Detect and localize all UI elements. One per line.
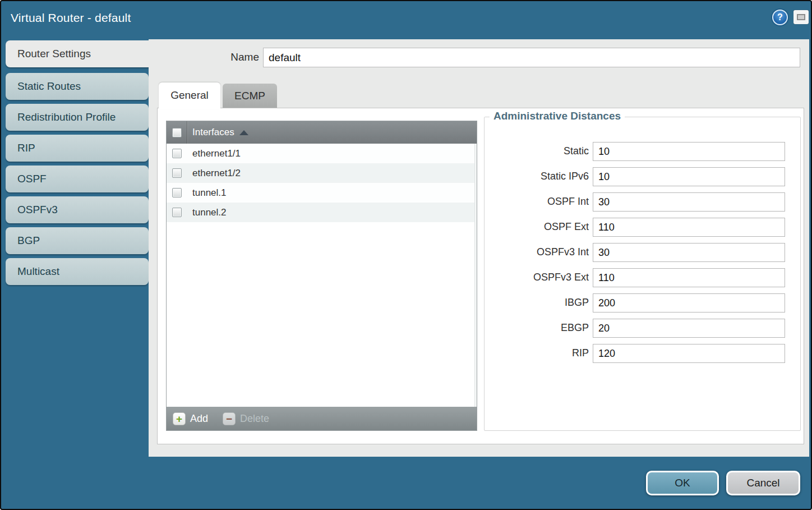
cancel-button[interactable]: Cancel: [726, 471, 800, 495]
name-input[interactable]: [263, 48, 800, 67]
rip-input[interactable]: [593, 344, 785, 363]
ospf-int-input[interactable]: [593, 192, 785, 212]
sidebar-item-static-routes[interactable]: Static Routes: [6, 73, 149, 100]
rip-label: RIP: [485, 347, 589, 359]
ospfv3-ext-label: OSPFv3 Ext: [485, 272, 589, 283]
sort-ascending-icon: [239, 130, 248, 135]
field-row-rip: RIP: [485, 344, 800, 363]
delete-button[interactable]: − Delete: [223, 412, 269, 425]
field-row-static: Static: [485, 142, 800, 161]
table-row-ethernet1-2[interactable]: ethernet1/2: [167, 163, 477, 183]
tab-ecmp[interactable]: ECMP: [223, 84, 277, 109]
sidebar-item-ospf[interactable]: OSPF: [6, 166, 149, 192]
ospf-int-label: OSPF Int: [485, 196, 589, 208]
field-row-ospf-int: OSPF Int: [485, 192, 800, 212]
field-row-ebgp: EBGP: [485, 319, 800, 338]
static-ipv6-label: Static IPv6: [485, 171, 589, 182]
general-tab-panel: Interfaces ethernet1/1 ethernet1/2 tunne…: [157, 108, 804, 444]
ospfv3-ext-input[interactable]: [593, 268, 785, 287]
ebgp-label: EBGP: [485, 322, 589, 334]
sidebar-item-router-settings[interactable]: Router Settings: [6, 40, 153, 67]
field-row-ospf-ext: OSPF Ext: [485, 218, 800, 237]
interface-name: tunnel.2: [187, 207, 227, 218]
minus-icon: −: [223, 412, 236, 425]
sidebar-item-multicast[interactable]: Multicast: [6, 258, 149, 285]
virtual-router-dialog: Virtual Router - default ? Router Settin…: [0, 0, 812, 510]
name-label: Name: [214, 51, 259, 63]
table-scrollbar[interactable]: [474, 144, 477, 408]
help-icon[interactable]: ?: [772, 10, 788, 25]
static-ipv6-input[interactable]: [593, 167, 785, 186]
add-button[interactable]: + Add: [173, 412, 208, 425]
sidebar-item-ospfv3[interactable]: OSPFv3: [6, 196, 149, 223]
row-checkbox[interactable]: [172, 149, 182, 158]
field-row-ospfv3-ext: OSPFv3 Ext: [485, 268, 800, 287]
ospf-ext-label: OSPF Ext: [485, 221, 589, 233]
plus-icon: +: [173, 412, 186, 425]
ebgp-input[interactable]: [593, 319, 785, 338]
field-row-ibgp: IBGP: [485, 293, 800, 313]
window-restore-glyph: [797, 14, 805, 20]
sidebar-item-redistribution-profile[interactable]: Redistribution Profile: [6, 104, 149, 131]
window-restore-icon[interactable]: [793, 10, 809, 24]
interface-name: ethernet1/1: [187, 148, 241, 159]
dialog-title: Virtual Router - default: [11, 11, 131, 25]
ibgp-label: IBGP: [485, 297, 589, 309]
delete-button-label: Delete: [240, 413, 269, 425]
ok-button[interactable]: OK: [646, 471, 719, 495]
interfaces-table: Interfaces ethernet1/1 ethernet1/2 tunne…: [166, 121, 477, 431]
table-row-tunnel-1[interactable]: tunnel.1: [167, 183, 477, 203]
table-row-tunnel-2[interactable]: tunnel.2: [167, 203, 477, 222]
row-checkbox[interactable]: [172, 168, 182, 178]
interfaces-header-label: Interfaces: [187, 127, 234, 138]
interfaces-column-header[interactable]: Interfaces: [167, 121, 477, 144]
ospfv3-int-input[interactable]: [593, 243, 785, 262]
sidebar-item-rip[interactable]: RIP: [6, 135, 149, 162]
field-row-ospfv3-int: OSPFv3 Int: [485, 243, 800, 262]
table-row-ethernet1-1[interactable]: ethernet1/1: [167, 144, 477, 163]
static-input[interactable]: [593, 142, 785, 161]
row-checkbox[interactable]: [172, 188, 182, 197]
ibgp-input[interactable]: [593, 293, 785, 313]
row-checkbox[interactable]: [172, 208, 182, 217]
interface-name: ethernet1/2: [187, 168, 241, 179]
tab-general[interactable]: General: [159, 82, 220, 109]
table-footer: + Add − Delete: [167, 407, 477, 430]
ospfv3-int-label: OSPFv3 Int: [485, 246, 589, 258]
ospf-ext-input[interactable]: [593, 218, 785, 237]
sidebar-item-bgp[interactable]: BGP: [6, 227, 149, 254]
static-label: Static: [485, 145, 589, 157]
field-row-static-ipv6: Static IPv6: [485, 167, 800, 186]
interface-name: tunnel.1: [187, 187, 227, 199]
select-all-checkbox[interactable]: [172, 128, 182, 137]
add-button-label: Add: [190, 413, 208, 425]
administrative-distances-legend: Administrative Distances: [490, 110, 625, 122]
administrative-distances-group: Administrative Distances Static Static I…: [484, 117, 801, 431]
